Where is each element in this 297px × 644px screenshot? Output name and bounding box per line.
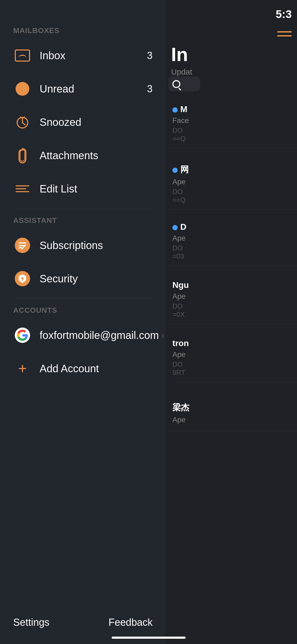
- sidebar-footer: Settings Feedback: [0, 609, 166, 644]
- add-account-label: Add Account: [40, 363, 153, 375]
- email-preview-2: 9RT: [172, 369, 293, 377]
- subscriptions-icon: [13, 236, 32, 255]
- settings-button[interactable]: Settings: [13, 617, 49, 628]
- email-preview: DO: [172, 360, 293, 369]
- edit-list-label: Edit List: [40, 183, 153, 195]
- email-preview: DO: [172, 126, 293, 135]
- sidebar-item-unread[interactable]: Unread 3: [0, 72, 166, 105]
- inbox-icon: [13, 46, 32, 65]
- email-subject: Ape: [172, 350, 293, 359]
- email-sender: 网: [172, 164, 293, 176]
- email-preview-2: ==Q: [172, 196, 293, 204]
- unread-icon: [13, 80, 32, 98]
- inbox-label: Inbox: [40, 50, 143, 62]
- edit-list-icon: [13, 180, 32, 198]
- email-item[interactable]: D Ape DO =03: [168, 217, 297, 266]
- feedback-button[interactable]: Feedback: [109, 617, 153, 628]
- email-preview-2: =0X: [172, 310, 293, 319]
- email-preview: DO: [172, 302, 293, 310]
- snoozed-label: Snoozed: [40, 116, 153, 128]
- svg-line-2: [22, 123, 25, 125]
- chevron-right-icon: ›: [162, 330, 164, 340]
- gmail-label: foxfortmobile@gmail.com: [40, 329, 159, 341]
- snoozed-icon: [13, 113, 32, 131]
- attachments-icon: [13, 146, 32, 165]
- email-item[interactable]: tron Ape DO 9RT: [168, 333, 297, 382]
- email-subject: Ape: [172, 234, 293, 242]
- email-subject: Ape: [172, 178, 293, 186]
- unread-badge: 3: [147, 83, 153, 95]
- unread-indicator: [172, 168, 178, 173]
- mailboxes-header: MAILBOXES: [0, 21, 166, 39]
- sidebar-item-gmail[interactable]: foxfortmobile@gmail.com ›: [0, 319, 166, 352]
- sidebar-item-snoozed[interactable]: Snoozed: [0, 105, 166, 139]
- email-sender: D: [172, 222, 293, 232]
- email-item[interactable]: 网 Ape DO ==Q: [168, 159, 297, 210]
- sidebar-item-subscriptions[interactable]: Subscriptions: [0, 229, 166, 262]
- home-indicator: [112, 637, 186, 639]
- email-preview-2: ==Q: [172, 135, 293, 143]
- sidebar-item-attachments[interactable]: Attachments: [0, 139, 166, 172]
- sidebar-item-edit-list[interactable]: Edit List: [0, 172, 166, 205]
- unread-indicator: [172, 107, 178, 113]
- update-label: Updat: [171, 67, 192, 76]
- security-label: Security: [40, 273, 153, 285]
- email-sender: Ngu: [172, 280, 293, 290]
- hamburger-line-2: [277, 35, 292, 36]
- right-panel: 5:3 In Updat M Face DO ==Q 网 Ape DO ==Q …: [166, 0, 297, 644]
- security-icon: [13, 269, 32, 288]
- email-preview: DO: [172, 244, 293, 252]
- inbox-badge: 3: [147, 50, 153, 61]
- assistant-header: ASSISTANT: [0, 211, 166, 229]
- unread-label: Unread: [40, 83, 143, 95]
- unread-indicator: [172, 225, 178, 230]
- sidebar-item-security[interactable]: Security: [0, 262, 166, 295]
- email-item[interactable]: Ngu Ape DO =0X: [168, 275, 297, 324]
- email-preview: DO: [172, 188, 293, 196]
- inbox-title: In: [171, 44, 188, 65]
- google-icon: [13, 326, 32, 344]
- sidebar-item-inbox[interactable]: Inbox 3: [0, 39, 166, 72]
- email-subject: Ape: [172, 416, 293, 424]
- sidebar: MAILBOXES Inbox 3 Unread 3 Snoozed: [0, 0, 166, 644]
- hamburger-menu[interactable]: [277, 31, 292, 36]
- email-subject: Ape: [172, 292, 293, 301]
- email-item[interactable]: 梁杰 Ape: [168, 397, 297, 431]
- search-icon: [172, 80, 180, 88]
- add-icon: +: [13, 359, 32, 378]
- search-bar[interactable]: [168, 77, 200, 91]
- status-time: 5:3: [276, 8, 292, 21]
- email-item[interactable]: M Face DO ==Q: [168, 99, 297, 148]
- email-sender: tron: [172, 338, 293, 348]
- email-sender: 梁杰: [172, 402, 293, 413]
- hamburger-line-1: [277, 31, 292, 33]
- email-subject: Face: [172, 116, 293, 125]
- sidebar-item-add-account[interactable]: + Add Account: [0, 352, 166, 385]
- email-preview-2: =03: [172, 252, 293, 260]
- attachments-label: Attachments: [40, 150, 153, 162]
- subscriptions-label: Subscriptions: [40, 240, 153, 251]
- email-sender: M: [172, 104, 293, 114]
- accounts-header: ACCOUNTS: [0, 301, 166, 319]
